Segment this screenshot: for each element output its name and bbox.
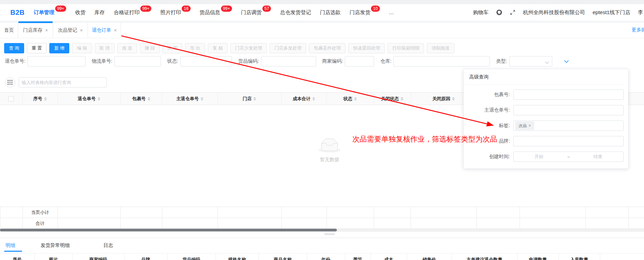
nav-item[interactable]: 库存 (94, 8, 105, 17)
summary-cell (520, 218, 586, 229)
filter-field: 货品编码: (238, 56, 316, 66)
notification-badge: 99+ (221, 6, 232, 12)
nav-item-label: 总仓发货登记 (280, 8, 311, 17)
filter-input[interactable] (345, 56, 374, 66)
range-start[interactable]: 开始 (514, 154, 564, 160)
tag-label: 次品 (519, 123, 527, 129)
store-name[interactable]: eptest1线下门店 (593, 9, 630, 16)
summary-cell (0, 218, 23, 229)
filter-field: 状态: (167, 56, 232, 66)
advanced-input[interactable] (513, 90, 624, 100)
horizontal-scrollbar[interactable] (0, 228, 644, 232)
sort-icon[interactable] (201, 97, 203, 101)
bottom-tab-发货异常明细[interactable]: 发货异常明细 (41, 239, 70, 251)
detail-column-header: 销售价 (407, 253, 452, 260)
nav-item[interactable]: 总仓发货登记 (280, 8, 311, 17)
column-header (0, 93, 22, 105)
scrollbar-thumb[interactable] (0, 229, 337, 231)
sort-icon[interactable] (312, 97, 315, 101)
notification-badge: 99+ (140, 6, 151, 12)
table-search-input[interactable] (19, 77, 107, 87)
column-header: 门店 (218, 93, 281, 105)
filter-label: 状态: (167, 58, 178, 64)
user-name[interactable]: 李 (638, 9, 643, 16)
detail-column-header: 申请数量 (517, 253, 559, 260)
nav-item-label: 门店调货 (241, 8, 262, 17)
sort-icon[interactable] (148, 97, 150, 101)
detail-column-header: 成本 (371, 253, 407, 260)
select-all-checkbox[interactable] (8, 96, 14, 102)
nav-item[interactable]: 照片打印16 (160, 8, 190, 17)
column-header: 退仓单号 (58, 93, 120, 105)
nav-item[interactable]: 货品信息99+ (200, 8, 232, 17)
company-name[interactable]: 杭州全尚科技股份有限公司 (523, 9, 585, 16)
top-navbar: B2B 订单管理99+收货库存合格证打印99+照片打印16货品信息99+门店调货… (0, 4, 644, 21)
summary-cell (218, 218, 282, 229)
advanced-input[interactable] (513, 105, 624, 115)
close-icon[interactable]: × (114, 28, 117, 33)
filter-input[interactable] (261, 56, 316, 66)
advanced-search-toggle[interactable] (564, 60, 569, 63)
notification-badge: 99+ (55, 6, 66, 12)
sort-icon[interactable] (354, 97, 357, 101)
filter-input[interactable] (114, 56, 161, 66)
tag-close-icon[interactable]: × (529, 123, 531, 128)
filter-label: 物流单号: (92, 58, 112, 64)
table-search-row (0, 76, 107, 88)
filter-input[interactable] (180, 56, 232, 66)
nav-item[interactable]: 订单管理99+ (34, 8, 66, 17)
summary-cell (327, 207, 374, 218)
cart-link[interactable]: 购物车 (473, 9, 489, 16)
toolbar-button-新增[interactable]: 新 增 (49, 43, 69, 53)
sort-icon[interactable] (452, 97, 455, 101)
summary-row: 合计 (0, 218, 644, 229)
nav-item[interactable]: 门店发货10 (350, 8, 380, 17)
tab-次品登记[interactable]: 次品登记× (53, 23, 88, 38)
column-label: 门店 (243, 96, 252, 102)
detail-column-header: 入库数量 (559, 253, 600, 260)
fullscreen-icon[interactable] (510, 10, 515, 15)
type-select[interactable] (509, 56, 552, 66)
sort-icon[interactable] (401, 97, 403, 101)
summary-cell (282, 207, 327, 218)
toolbar-button-包裹丢件处理: 包裹丢件处理 (309, 43, 345, 53)
tab-label: 退仓订单 (92, 27, 111, 33)
bottom-tab-日志[interactable]: 日志 (103, 239, 113, 251)
nav-item[interactable]: 合格证打印99+ (114, 8, 151, 17)
sort-icon[interactable] (98, 97, 100, 101)
nav-item[interactable]: 收货 (75, 8, 85, 17)
column-label: 关闭状态 (381, 96, 399, 102)
advanced-input[interactable] (513, 136, 624, 146)
sort-icon[interactable] (253, 97, 256, 101)
tab-label: 门店库存 (23, 27, 42, 33)
filter-input[interactable] (393, 56, 490, 66)
panel-splitter-handle[interactable] (324, 233, 335, 236)
tags-input[interactable]: 次品× (513, 121, 624, 131)
more-actions-link[interactable]: 更多操作 (632, 27, 644, 33)
column-settings-button[interactable] (5, 77, 15, 87)
range-end[interactable]: 结束 (573, 154, 623, 160)
advanced-field-label: 创建时间: (464, 154, 510, 160)
bottom-tab-明细[interactable]: 明细 (6, 239, 15, 251)
summary-cell (586, 207, 629, 218)
column-label: 退仓单号 (78, 96, 96, 102)
close-icon[interactable]: × (80, 28, 83, 33)
toolbar-button-查询[interactable]: 查 询 (4, 43, 24, 53)
sort-icon[interactable] (44, 97, 47, 101)
tab-门店库存[interactable]: 门店库存× (18, 23, 53, 38)
nav-item-label: 门店发货 (350, 8, 370, 17)
nav-item[interactable]: 门店选款 (320, 8, 341, 17)
close-icon[interactable]: × (45, 28, 48, 33)
summary-cell (218, 207, 282, 218)
toolbar-button-门店少发处理: 门店少发处理 (230, 43, 267, 53)
shield-icon[interactable] (496, 9, 502, 15)
toolbar-button-重置[interactable]: 重 置 (27, 43, 47, 53)
nav-item[interactable]: … (389, 8, 394, 17)
notification-badge: 16 (182, 6, 190, 12)
nav-item[interactable]: 门店调货57 (241, 8, 271, 17)
nav-item-label: 合格证打印 (114, 8, 140, 17)
tab-退仓订单[interactable]: 退仓订单× (88, 23, 121, 38)
tab-首页[interactable]: 首页 (0, 23, 18, 38)
daterange-input[interactable]: 开始~结束 (513, 152, 624, 162)
filter-input[interactable] (28, 56, 85, 66)
